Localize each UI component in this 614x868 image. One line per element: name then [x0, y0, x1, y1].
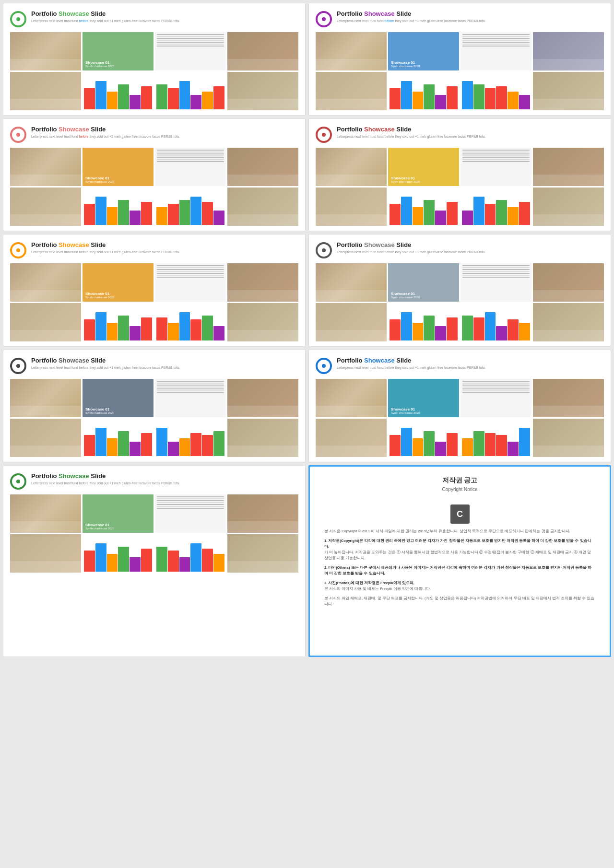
- slide-subtitle-4: Letterpress next level trust fund before…: [337, 134, 485, 139]
- photo-cell-featured: Showcase 01 Synth chartreuse 2020: [388, 379, 459, 417]
- photo-cell: [155, 148, 226, 186]
- svg-point-0: [16, 17, 20, 21]
- svg-point-8: [16, 480, 20, 483]
- photo-cell: [155, 188, 226, 226]
- photo-cell-featured: Showcase 01 Synth chartreuse 2020: [83, 379, 154, 417]
- photo-cell: [316, 263, 387, 302]
- slide-card-8: Portfolio Showcase Slide Letterpress nex…: [308, 350, 611, 462]
- photo-cell: [10, 379, 81, 417]
- photo-grid-8: Showcase 01 Synth chartreuse 2020: [316, 379, 604, 457]
- photo-cell: [460, 303, 531, 341]
- header-text-7: Portfolio Showcase Slide Letterpress nex…: [31, 357, 180, 370]
- slide-card-9: Portfolio Showcase Slide Letterpress nex…: [3, 465, 306, 657]
- photo-cell: [460, 72, 531, 110]
- photo-cell: [227, 419, 298, 457]
- svg-point-6: [16, 364, 20, 368]
- photo-cell: [388, 303, 459, 341]
- photo-grid-2: Showcase 01 Synth chartreuse 2020: [316, 32, 604, 110]
- svg-point-2: [16, 133, 20, 137]
- slide-subtitle-7: Letterpress next level trust fund before…: [31, 365, 180, 370]
- header-text-1: Portfolio Showcase Slide Letterpress nex…: [31, 10, 180, 23]
- photo-cell: [227, 534, 298, 573]
- photo-cell: [388, 419, 459, 457]
- photo-cell-featured: Showcase 01 Synth chartreuse 2020: [83, 263, 154, 302]
- photo-grid-4: Showcase 01 Synth chartreuse 2020: [316, 148, 604, 226]
- photo-cell: [227, 303, 298, 341]
- svg-point-7: [322, 364, 326, 368]
- header-text-4: Portfolio Showcase Slide Letterpress nex…: [337, 126, 485, 139]
- logo-icon-6: [316, 242, 332, 258]
- slide-card-3: Portfolio Showcase Slide Letterpress nex…: [3, 118, 306, 231]
- photo-cell: [227, 494, 298, 533]
- slide-header-8: Portfolio Showcase Slide Letterpress nex…: [316, 357, 604, 374]
- photo-cell: [460, 148, 531, 186]
- photo-cell: [460, 419, 531, 457]
- copyright-text: 본 서식은 Copyright © 2019 이 서식 파일에 대한 권리는 2…: [324, 528, 595, 611]
- photo-cell: [316, 419, 387, 457]
- slide-header-1: Portfolio Showcase Slide Letterpress nex…: [10, 10, 298, 27]
- slide-title-3: Portfolio Showcase Slide: [31, 126, 180, 133]
- photo-cell-featured: Showcase 01 Synth chartreuse 2020: [83, 494, 154, 533]
- copyright-logo: C: [450, 504, 470, 524]
- photo-cell: [155, 72, 226, 110]
- photo-cell: [533, 72, 604, 110]
- logo-icon-4: [316, 127, 332, 143]
- slide-header-3: Portfolio Showcase Slide Letterpress nex…: [10, 126, 298, 143]
- photo-grid-6: Showcase 01 Synth chartreuse 2020: [316, 263, 604, 341]
- photo-cell: [533, 263, 604, 302]
- photo-cell: [316, 303, 387, 341]
- slide-card-1: Portfolio Showcase Slide Letterpress nex…: [3, 3, 306, 116]
- photo-cell: [155, 534, 226, 573]
- photo-cell: [83, 534, 154, 573]
- slide-title-4: Portfolio Showcase Slide: [337, 126, 485, 133]
- photo-cell: [10, 188, 81, 226]
- photo-cell: [83, 188, 154, 226]
- photo-cell: [316, 72, 387, 110]
- slide-subtitle-2: Letterpress next level trust fund before…: [337, 19, 485, 23]
- photo-cell: [83, 72, 154, 110]
- photo-cell: [10, 32, 81, 70]
- slide-card-2: Portfolio Showcase Slide Letterpress nex…: [308, 3, 611, 116]
- svg-point-1: [322, 17, 326, 21]
- photo-cell: [155, 303, 226, 341]
- photo-cell: [155, 419, 226, 457]
- photo-cell: [533, 303, 604, 341]
- slide-title-2: Portfolio Showcase Slide: [337, 10, 485, 18]
- photo-cell: [155, 32, 226, 70]
- main-grid: Portfolio Showcase Slide Letterpress nex…: [0, 0, 614, 660]
- slide-subtitle-3: Letterpress next level trust fund before…: [31, 134, 180, 139]
- photo-cell: [533, 32, 604, 70]
- logo-icon-3: [10, 127, 26, 143]
- logo-icon-1: [10, 11, 26, 27]
- photo-cell: [227, 379, 298, 417]
- photo-cell: [460, 263, 531, 302]
- copyright-subtitle: Copyright Notice: [442, 487, 478, 492]
- photo-cell: [10, 148, 81, 186]
- svg-point-5: [322, 248, 326, 252]
- slide-header-9: Portfolio Showcase Slide Letterpress nex…: [10, 472, 298, 490]
- logo-icon-5: [10, 242, 26, 258]
- copyright-title: 저작권 공고: [442, 476, 478, 485]
- slide-header-2: Portfolio Showcase Slide Letterpress nex…: [316, 10, 604, 27]
- photo-cell: [227, 148, 298, 186]
- slide-header-5: Portfolio Showcase Slide Letterpress nex…: [10, 241, 298, 258]
- slide-card-5: Portfolio Showcase Slide Letterpress nex…: [3, 234, 306, 347]
- photo-cell: [316, 32, 387, 70]
- photo-grid-9: Showcase 01 Synth chartreuse 2020: [10, 494, 298, 573]
- slide-subtitle-5: Letterpress next level trust fund before…: [31, 250, 180, 254]
- photo-cell: [155, 494, 226, 533]
- slide-title-1: Portfolio Showcase Slide: [31, 10, 180, 18]
- logo-icon-2: [316, 11, 332, 27]
- photo-cell: [227, 72, 298, 110]
- photo-cell: [533, 148, 604, 186]
- svg-point-3: [322, 133, 326, 137]
- photo-grid-7: Showcase 01 Synth chartreuse 2020: [10, 379, 298, 457]
- photo-cell: [227, 188, 298, 226]
- slide-title-5: Portfolio Showcase Slide: [31, 241, 180, 249]
- header-text-9: Portfolio Showcase Slide Letterpress nex…: [31, 472, 180, 485]
- photo-cell: [460, 188, 531, 226]
- photo-cell: [227, 32, 298, 70]
- photo-grid-5: Showcase 01 Synth chartreuse 2020: [10, 263, 298, 341]
- slide-title-8: Portfolio Showcase Slide: [337, 357, 485, 364]
- logo-icon-9: [10, 473, 26, 490]
